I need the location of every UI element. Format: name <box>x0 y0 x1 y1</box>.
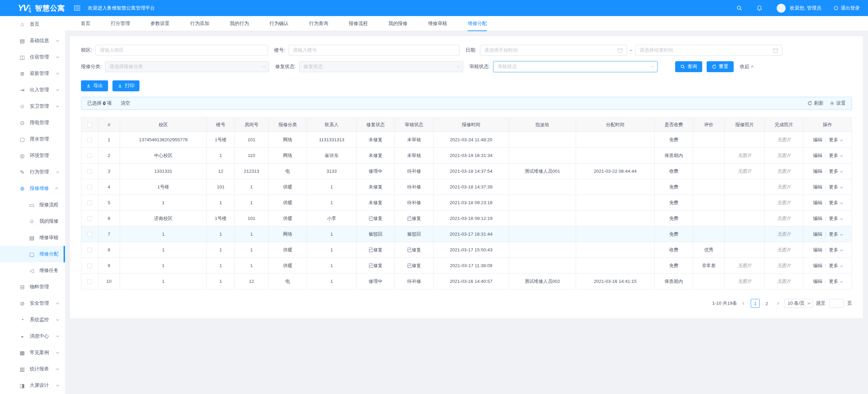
sidebar-item-message[interactable]: ◒消息中心 <box>0 328 65 344</box>
sidebar-item-cases[interactable]: ▦常见案例 <box>0 344 65 361</box>
logout-button[interactable]: 退出登录 <box>833 5 860 11</box>
sidebar-item-water[interactable]: ▢用水管理 <box>0 131 65 147</box>
more-button[interactable]: 更多 <box>829 153 842 158</box>
row-checkbox[interactable] <box>87 279 92 284</box>
sidebar-item-base-info[interactable]: ▤基础信息 <box>0 32 65 49</box>
more-button[interactable]: 更多 <box>829 247 842 252</box>
welcome-new-icon: ≣ <box>19 70 25 77</box>
more-button[interactable]: 更多 <box>829 200 842 205</box>
more-button[interactable]: 更多 <box>829 169 842 174</box>
cell-building: 1 <box>207 148 235 163</box>
tab-my-repair[interactable]: 我的报修 <box>388 16 408 31</box>
tab-behavior-query[interactable]: 行为查询 <box>309 16 328 31</box>
sidebar-item-lodging[interactable]: ◫住宿管理 <box>0 49 65 65</box>
row-checkbox[interactable] <box>87 153 92 158</box>
cell-finish_photo: 无图片 <box>765 258 803 274</box>
refresh-button[interactable]: 刷新 <box>807 100 824 106</box>
tab-repair-audit[interactable]: 维修审核 <box>428 16 447 31</box>
more-button[interactable]: 更多 <box>829 137 842 142</box>
sidebar-item-repair-flow[interactable]: ▭报修流程 <box>0 197 65 213</box>
jump-page-input[interactable] <box>829 299 844 308</box>
tab-behavior-add[interactable]: 行为添加 <box>190 16 209 31</box>
print-button[interactable]: 打印 <box>112 80 139 91</box>
edit-button[interactable]: 编辑 <box>813 200 822 205</box>
tab-home[interactable]: 首页 <box>81 16 90 31</box>
sidebar-item-safety[interactable]: ⊘安全管理 <box>0 295 65 312</box>
edit-button[interactable]: 编辑 <box>813 216 822 221</box>
more-button[interactable]: 更多 <box>829 184 842 189</box>
page-2-button[interactable]: 2 <box>763 301 771 306</box>
home-icon: ⌂ <box>19 21 25 27</box>
edit-button[interactable]: 编辑 <box>813 153 822 158</box>
cell-category: 电 <box>268 163 307 179</box>
reset-button[interactable]: 重置 <box>707 61 734 72</box>
category-select[interactable]: 请选择报修分类 <box>105 61 269 72</box>
search-button[interactable]: 查询 <box>675 61 702 72</box>
sidebar-item-materials[interactable]: ⊟物料管理 <box>0 279 65 295</box>
sidebar-item-access[interactable]: ⇥出入管理 <box>0 82 65 98</box>
settings-button[interactable]: 设置 <box>830 100 846 106</box>
sidebar-item-home[interactable]: ⌂首页 <box>0 16 65 32</box>
sidebar-item-label: 报修流程 <box>39 202 58 208</box>
menu-fold-icon[interactable] <box>74 5 80 11</box>
sidebar-item-my-repair[interactable]: ☺我的报修 <box>0 213 65 229</box>
user-avatar[interactable] <box>777 4 786 13</box>
sidebar-item-welcome-new[interactable]: ≣迎新管理 <box>0 65 65 82</box>
row-checkbox[interactable] <box>87 185 92 189</box>
tab-scoring[interactable]: 打分管理 <box>111 16 130 31</box>
collapse-filters-link[interactable]: 收起 <box>740 64 754 70</box>
column-header: 校区 <box>120 118 207 132</box>
row-checkbox[interactable] <box>87 200 92 205</box>
tab-repair-flow[interactable]: 报修流程 <box>349 16 368 31</box>
sidebar-item-reports[interactable]: ▥统计报表 <box>0 361 65 377</box>
sidebar-item-screen[interactable]: ◨大屏设计 <box>0 377 65 394</box>
sidebar-item-repair-task[interactable]: ◁维修任务 <box>0 262 65 279</box>
sidebar-item-guard[interactable]: ☺安卫管理 <box>0 98 65 115</box>
edit-button[interactable]: 编辑 <box>813 169 822 174</box>
edit-button[interactable]: 编辑 <box>813 232 822 237</box>
edit-button[interactable]: 编辑 <box>813 263 822 268</box>
building-input[interactable]: 请输入楼号 <box>289 45 459 56</box>
notification-bell-icon[interactable] <box>757 5 762 11</box>
sidebar-item-environment[interactable]: ◎环境管理 <box>0 147 65 164</box>
end-date-input[interactable]: 请选择结束时间 <box>635 45 782 56</box>
audit-status-select[interactable]: 审核状态 <box>493 61 657 72</box>
more-button[interactable]: 更多 <box>829 232 842 237</box>
page-size-select[interactable]: 10 条/页 <box>784 299 813 308</box>
export-button[interactable]: 导出 <box>81 80 108 91</box>
prev-page-button[interactable] <box>740 299 747 308</box>
row-checkbox[interactable] <box>87 232 92 237</box>
tab-params[interactable]: 参数设置 <box>150 16 170 31</box>
edit-button[interactable]: 编辑 <box>813 279 822 284</box>
app-logo[interactable]: YV ® 鲁维 智慧公寓 <box>0 3 65 13</box>
more-button[interactable]: 更多 <box>829 263 842 268</box>
sidebar-item-repair[interactable]: ⊚报修维修 <box>0 180 65 197</box>
more-button[interactable]: 更多 <box>829 279 842 284</box>
sidebar-item-repair-assign[interactable]: ▢维修分配 <box>0 246 65 262</box>
tab-behavior-confirm[interactable]: 行为确认 <box>269 16 289 31</box>
row-checkbox[interactable] <box>87 216 92 221</box>
more-button[interactable]: 更多 <box>829 216 842 221</box>
edit-button[interactable]: 编辑 <box>813 184 822 189</box>
tab-repair-assign[interactable]: 维修分配 <box>468 16 487 31</box>
row-checkbox[interactable] <box>87 248 92 252</box>
select-all-checkbox[interactable] <box>87 122 92 127</box>
search-icon[interactable] <box>736 5 742 11</box>
start-date-input[interactable]: 请选择开始时间 <box>480 45 627 56</box>
next-page-button[interactable] <box>774 299 781 308</box>
edit-button[interactable]: 编辑 <box>813 137 822 142</box>
row-checkbox[interactable] <box>87 169 92 174</box>
repair-status-select[interactable]: 修复状态 <box>299 61 463 72</box>
page-1-button[interactable]: 1 <box>751 299 760 308</box>
campus-input[interactable]: 请输入校区 <box>95 45 268 56</box>
sidebar-item-monitor[interactable]: ◔系统监控 <box>0 312 65 328</box>
clear-selection-link[interactable]: 清空 <box>121 100 130 106</box>
cell-building: 1 <box>207 226 235 242</box>
sidebar-item-electricity[interactable]: ⊙用电管理 <box>0 115 65 131</box>
row-checkbox[interactable] <box>87 137 92 142</box>
edit-button[interactable]: 编辑 <box>813 247 822 252</box>
sidebar-item-repair-audit[interactable]: ▤维修审核 <box>0 229 65 246</box>
row-checkbox[interactable] <box>87 263 92 268</box>
tab-my-behavior[interactable]: 我的行为 <box>230 16 249 31</box>
sidebar-item-behavior[interactable]: ✎行为管理 <box>0 164 65 180</box>
